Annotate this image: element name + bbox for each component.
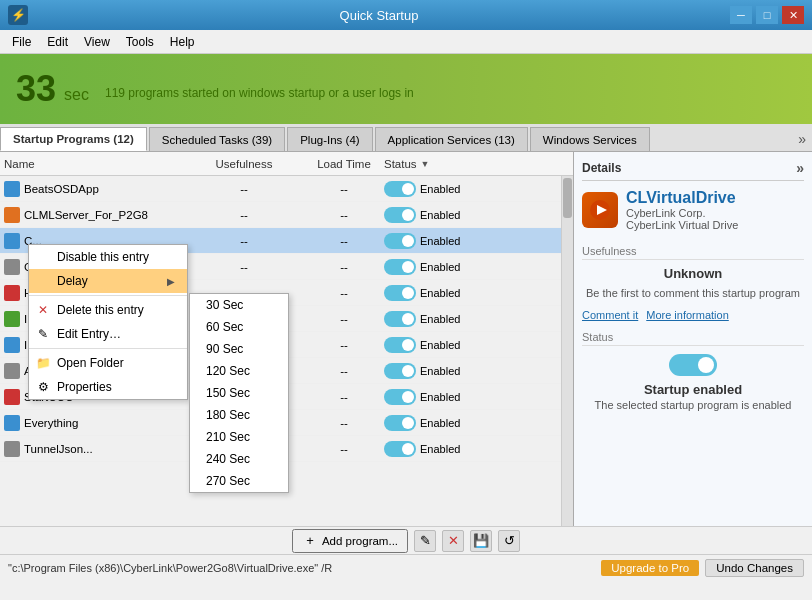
folder-icon: 📁 xyxy=(35,355,51,371)
refresh-button[interactable]: ↺ xyxy=(498,530,520,552)
delay-30[interactable]: 30 Sec xyxy=(190,294,288,316)
delay-210[interactable]: 210 Sec xyxy=(190,426,288,448)
context-open-folder[interactable]: 📁 Open Folder xyxy=(29,351,187,375)
tab-startup-programs[interactable]: Startup Programs (12) xyxy=(0,127,147,151)
app-icon: ⚡ xyxy=(8,5,28,25)
row-loadtime: -- xyxy=(304,391,384,403)
add-program-label: Add program... xyxy=(322,535,398,547)
delay-180[interactable]: 180 Sec xyxy=(190,404,288,426)
row-loadtime: -- xyxy=(304,339,384,351)
row-icon xyxy=(4,207,20,223)
delay-90[interactable]: 90 Sec xyxy=(190,338,288,360)
upgrade-button[interactable]: Upgrade to Pro xyxy=(601,560,699,576)
toggle-switch[interactable] xyxy=(384,259,416,275)
toggle-switch[interactable] xyxy=(384,285,416,301)
tab-app-services[interactable]: Application Services (13) xyxy=(375,127,528,151)
context-properties[interactable]: ⚙ Properties xyxy=(29,375,187,399)
usefulness-label: Usefulness xyxy=(582,245,804,260)
context-disable[interactable]: Disable this entry xyxy=(29,245,187,269)
delete-button[interactable]: ✕ xyxy=(442,530,464,552)
toggle-switch[interactable] xyxy=(384,415,416,431)
details-title-label: Details xyxy=(582,161,621,175)
context-edit[interactable]: ✎ Edit Entry… xyxy=(29,322,187,346)
save-button[interactable]: 💾 xyxy=(470,530,492,552)
row-usefulness: -- xyxy=(184,261,304,273)
scroll-thumb[interactable] xyxy=(563,178,572,218)
header-banner: 33 sec 119 programs started on windows s… xyxy=(0,54,812,124)
context-delete[interactable]: ✕ Delete this entry xyxy=(29,298,187,322)
row-status: Enabled xyxy=(384,389,464,405)
row-loadtime: -- xyxy=(304,287,384,299)
menu-edit[interactable]: Edit xyxy=(39,33,76,51)
close-button[interactable]: ✕ xyxy=(782,6,804,24)
row-status: Enabled xyxy=(384,337,464,353)
window-controls: ─ □ ✕ xyxy=(730,6,804,24)
details-expand-icon[interactable]: » xyxy=(796,160,804,176)
table-row[interactable]: CLMLServer_For_P2G8 -- -- Enabled xyxy=(0,202,573,228)
details-panel: Details » CLVirtualDrive CyberLink Corp.… xyxy=(574,152,812,526)
row-usefulness: -- xyxy=(184,209,304,221)
details-product: CyberLink Virtual Drive xyxy=(626,219,738,231)
toggle-switch[interactable] xyxy=(384,311,416,327)
menu-view[interactable]: View xyxy=(76,33,118,51)
title-bar: ⚡ Quick Startup ─ □ ✕ xyxy=(0,0,812,30)
context-delay[interactable]: Delay ▶ 30 Sec 60 Sec 90 Sec 120 Sec 150… xyxy=(29,269,187,293)
delay-icon xyxy=(35,273,51,289)
delay-270[interactable]: 270 Sec xyxy=(190,470,288,492)
row-loadtime: -- xyxy=(304,183,384,195)
tab-scheduled-tasks[interactable]: Scheduled Tasks (39) xyxy=(149,127,285,151)
row-name: BeatsOSDApp xyxy=(24,183,184,195)
add-icon: + xyxy=(302,533,318,549)
delay-60[interactable]: 60 Sec xyxy=(190,316,288,338)
row-usefulness: -- xyxy=(184,235,304,247)
more-info-link[interactable]: More information xyxy=(646,309,729,321)
delay-150[interactable]: 150 Sec xyxy=(190,382,288,404)
comment-prompt: Be the first to comment this startup pro… xyxy=(582,287,804,299)
details-header: Details » xyxy=(582,160,804,181)
tabs-expand-icon[interactable]: » xyxy=(792,127,812,151)
disable-icon xyxy=(35,249,51,265)
status-label: Status xyxy=(582,331,804,346)
minimize-button[interactable]: ─ xyxy=(730,6,752,24)
row-status: Enabled xyxy=(384,259,464,275)
header-subtitle: 119 programs started on windows startup … xyxy=(105,86,414,100)
edit-button[interactable]: ✎ xyxy=(414,530,436,552)
tab-windows-services[interactable]: Windows Services xyxy=(530,127,650,151)
comment-link[interactable]: Comment it xyxy=(582,309,638,321)
add-program-button[interactable]: + Add program... xyxy=(292,529,408,553)
toggle-switch[interactable] xyxy=(384,337,416,353)
tab-plugins[interactable]: Plug-Ins (4) xyxy=(287,127,372,151)
menu-file[interactable]: File xyxy=(4,33,39,51)
scrollbar[interactable] xyxy=(561,176,573,526)
undo-changes-button[interactable]: Undo Changes xyxy=(705,559,804,577)
row-status: Enabled xyxy=(384,207,464,223)
row-icon xyxy=(4,363,20,379)
details-status-toggle-area xyxy=(582,354,804,376)
toggle-switch[interactable] xyxy=(384,233,416,249)
toggle-switch[interactable] xyxy=(384,207,416,223)
context-menu: Disable this entry Delay ▶ 30 Sec 60 Sec… xyxy=(28,244,188,400)
edit-icon: ✎ xyxy=(35,326,51,342)
delay-120[interactable]: 120 Sec xyxy=(190,360,288,382)
table-row[interactable]: BeatsOSDApp -- -- Enabled xyxy=(0,176,573,202)
delay-240[interactable]: 240 Sec xyxy=(190,448,288,470)
row-loadtime: -- xyxy=(304,417,384,429)
delay-submenu: 30 Sec 60 Sec 90 Sec 120 Sec 150 Sec 180… xyxy=(189,293,289,493)
details-toggle[interactable] xyxy=(669,354,717,376)
row-status: Enabled xyxy=(384,285,464,301)
row-loadtime: -- xyxy=(304,443,384,455)
toggle-switch[interactable] xyxy=(384,441,416,457)
col-header-usefulness: Usefulness xyxy=(184,158,304,170)
row-icon xyxy=(4,233,20,249)
startup-enabled-label: Startup enabled xyxy=(582,382,804,397)
menu-tools[interactable]: Tools xyxy=(118,33,162,51)
menu-help[interactable]: Help xyxy=(162,33,203,51)
toggle-switch[interactable] xyxy=(384,363,416,379)
maximize-button[interactable]: □ xyxy=(756,6,778,24)
toggle-switch[interactable] xyxy=(384,181,416,197)
row-loadtime: -- xyxy=(304,313,384,325)
col-header-name: Name xyxy=(4,158,184,170)
row-icon xyxy=(4,259,20,275)
details-app-icon xyxy=(582,192,618,228)
toggle-switch[interactable] xyxy=(384,389,416,405)
